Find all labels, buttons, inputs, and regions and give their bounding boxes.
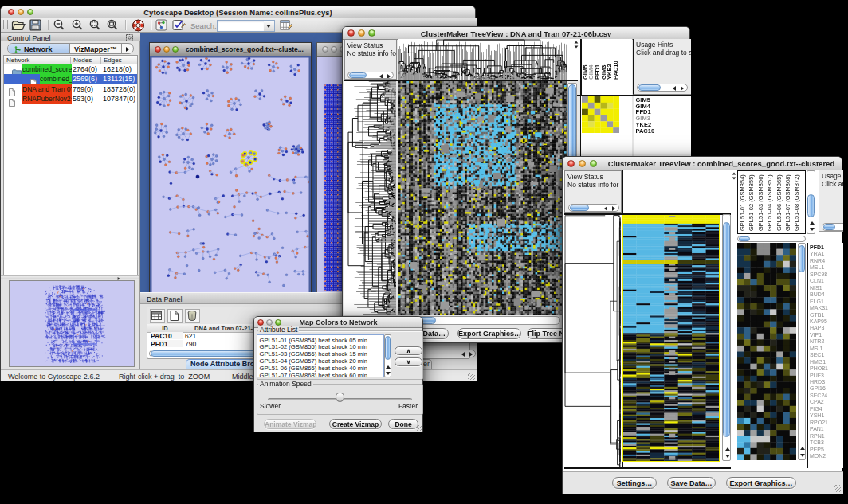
- attribute-list-item[interactable]: GPL51-01 (GSM854) heat shock 05 min: [260, 337, 368, 344]
- tv2-gene-label[interactable]: CPA2: [810, 399, 824, 404]
- tv1-usage-scroll-left-icon[interactable]: [673, 86, 676, 91]
- zoom-out-icon[interactable]: [53, 19, 65, 31]
- frame-minimize-button[interactable]: [163, 46, 170, 53]
- main-titlebar[interactable]: Cytoscape Desktop (Session Name: collins…: [1, 6, 475, 18]
- tv2-collabel-hscroll-thumb[interactable]: [739, 236, 750, 241]
- tv2-usage-scrollbar[interactable]: [822, 223, 843, 231]
- tv1-status-scroll-right-icon[interactable]: [387, 74, 391, 79]
- tv1-row-dendrogram[interactable]: [347, 81, 396, 315]
- tv2-zoom-heatmap[interactable]: [737, 243, 796, 460]
- tv2-heatmap-vscroll-thumb[interactable]: [723, 222, 730, 437]
- network-overview-icon[interactable]: [155, 19, 167, 31]
- tab-network[interactable]: Network: [8, 44, 70, 53]
- tv2-gene-label[interactable]: PUF3: [810, 373, 824, 378]
- tv2-gene-label[interactable]: TCB3: [810, 440, 824, 445]
- tv2-gene-label[interactable]: SEC24: [810, 393, 827, 398]
- tv2-col-label[interactable]: GPL51-06 (GSM865): [776, 174, 783, 231]
- tv2-row-dendrogram[interactable]: [564, 214, 622, 467]
- attribute-list[interactable]: GPL51-01 (GSM854) heat shock 05 minGPL51…: [257, 334, 384, 377]
- main-resize-grip[interactable]: [468, 373, 475, 380]
- tv1-row-label[interactable]: PAC10: [636, 127, 655, 135]
- frame-zoom-button[interactable]: [172, 46, 179, 53]
- tab-vizmapper[interactable]: VizMapper™: [70, 44, 122, 53]
- tv2-gene-label[interactable]: PHO81: [810, 365, 828, 371]
- tv2-zoom-button[interactable]: [590, 160, 597, 167]
- frame1-titlebar[interactable]: combined_scores_good.txt--cluste...: [150, 43, 311, 57]
- tv1-export-graphics-button[interactable]: Export Graphics…: [457, 328, 521, 339]
- tv2-gene-label[interactable]: RNR4: [810, 258, 825, 264]
- tv1-usage-scrollbar[interactable]: [637, 84, 688, 92]
- tv2-export-graphics-button[interactable]: Export Graphics…: [726, 477, 796, 489]
- tv2-settings-button[interactable]: Settings…: [612, 477, 657, 489]
- tv2-gene-label[interactable]: PFD1: [810, 244, 824, 250]
- tv2-gene-label[interactable]: MSI1: [810, 346, 822, 351]
- col-header-edges[interactable]: Edges: [100, 57, 122, 64]
- tv2-gene-label[interactable]: YRA1: [810, 251, 824, 256]
- tv2-gene-label[interactable]: MSL1: [810, 264, 824, 270]
- tv2-save-data-button[interactable]: Save Data…: [667, 477, 716, 489]
- network-canvas[interactable]: [150, 56, 311, 295]
- done-button[interactable]: Done: [388, 419, 418, 429]
- search-dropdown-button[interactable]: [264, 20, 275, 32]
- tv2-heat-scroll-down-icon[interactable]: [725, 455, 730, 458]
- tv2-status-scroll-left-icon[interactable]: [604, 206, 607, 211]
- tv2-gene-label[interactable]: FIG4: [810, 406, 822, 412]
- tv2-usage-scroll-thumb[interactable]: [823, 224, 835, 230]
- tv2-resize-grip[interactable]: [834, 485, 841, 492]
- tab-overflow-button[interactable]: [122, 44, 134, 53]
- tv2-gene-label[interactable]: NTR2: [810, 338, 824, 344]
- attr-col-id[interactable]: ID: [147, 325, 183, 332]
- network-row[interactable]: combined_scores_ 2764(0) 16218(0): [4, 64, 137, 75]
- attribute-list-item[interactable]: GPL51-04 (GSM857) heat shock 20 min: [260, 357, 368, 365]
- tv2-col-label[interactable]: GPL51-07 (GSM868): [785, 174, 791, 231]
- save-session-icon[interactable]: [29, 19, 41, 31]
- tv2-col-label[interactable]: GPL51-04 (GSM857): [767, 174, 773, 231]
- tv2-zoom-vscrollbar[interactable]: [798, 243, 806, 460]
- tv2-collabel-vscrollbar[interactable]: [807, 170, 815, 234]
- tv1-col-label[interactable]: PAC10: [613, 61, 619, 80]
- scroll-right-icon[interactable]: [469, 352, 473, 357]
- tv2-gene-label[interactable]: MON2: [810, 453, 826, 459]
- tv2-gene-label[interactable]: HRD3: [810, 379, 825, 385]
- tv2-gene-label[interactable]: RPO21: [810, 420, 828, 425]
- tv1-column-dendrogram[interactable]: [398, 39, 567, 80]
- tv1-heatmap[interactable]: [398, 81, 567, 315]
- col-header-network[interactable]: Network: [6, 57, 29, 64]
- tv1-gutter-down-icon[interactable]: [575, 45, 579, 48]
- col-header-nodes[interactable]: Nodes: [70, 57, 92, 64]
- tv2-status-scrollbar[interactable]: [568, 204, 619, 212]
- tv1-usage-scroll-thumb[interactable]: [638, 84, 661, 91]
- tv2-titlebar[interactable]: ClusterMaker TreeView : combined_scores_…: [563, 157, 842, 170]
- tv2-heat-scroll-up-icon[interactable]: [725, 447, 730, 451]
- tv1-status-scrollbar[interactable]: [347, 72, 394, 79]
- dialog-resize-grip[interactable]: [416, 425, 422, 431]
- delete-attribute-button[interactable]: [185, 309, 200, 323]
- frame2-minimize-button[interactable]: [331, 46, 337, 53]
- dialog-list-up-icon[interactable]: [386, 365, 391, 369]
- tv1-titlebar[interactable]: ClusterMaker TreeView : DNA and Tran 07-…: [343, 27, 689, 40]
- tv2-gene-label[interactable]: HMG1: [810, 359, 826, 365]
- tv2-gene-label[interactable]: VIP1: [810, 332, 822, 338]
- tv2-gene-label[interactable]: PEP5: [810, 447, 824, 452]
- speed-slider-thumb[interactable]: [336, 393, 344, 402]
- help-lifering-icon[interactable]: [131, 19, 146, 31]
- frame-close-button[interactable]: [155, 46, 161, 53]
- tv2-col-label[interactable]: GPL51-02 (GSM855): [748, 174, 755, 231]
- zoom-fit-icon[interactable]: [106, 19, 119, 31]
- attribute-list-item[interactable]: GPL51-02 (GSM855) heat shock 10 min: [260, 343, 368, 350]
- zoom-in-icon[interactable]: [71, 19, 84, 31]
- network-row[interactable]: combined_sco 2569(6) 13112(15): [4, 74, 137, 84]
- attribute-list-item[interactable]: GPL51-06 (GSM865) heat shock 40 min: [260, 365, 368, 372]
- tv2-gene-label[interactable]: YSH1: [810, 412, 824, 418]
- attribute-editor-icon[interactable]: [280, 19, 293, 31]
- create-attribute-button[interactable]: [167, 309, 183, 323]
- tv2-gene-label[interactable]: NIS1: [810, 285, 822, 291]
- search-input[interactable]: [217, 20, 265, 32]
- move-up-button[interactable]: ∧: [395, 346, 422, 355]
- tv2-zoom-down-icon[interactable]: [800, 454, 805, 457]
- tv2-gene-label[interactable]: CLN1: [810, 278, 824, 283]
- network-row[interactable]: RNAPuberNov2+ 563(0) 107847(0): [4, 94, 137, 104]
- network-row[interactable]: DNA and Tran 07 769(0) 183728(0): [4, 84, 137, 95]
- tv2-gene-label[interactable]: HAP3: [810, 325, 824, 330]
- birdseye-view[interactable]: [9, 280, 135, 367]
